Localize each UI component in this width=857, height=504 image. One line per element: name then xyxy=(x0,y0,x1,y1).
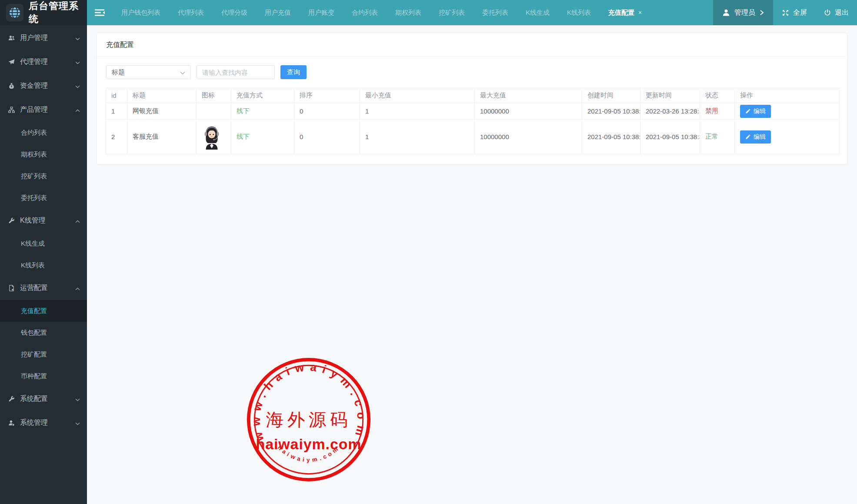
recharge-config-table: id 标题 图标 充值方式 排序 最小充值 最大充值 创建时间 更新时间 状态 … xyxy=(106,88,840,154)
cell-created: 2021-09-05 10:38:37 xyxy=(582,120,640,154)
sidebar-item-product-management[interactable]: 产品管理 xyxy=(0,98,87,122)
tab-user-recharge[interactable]: 用户充值 xyxy=(265,9,291,17)
sitemap-icon xyxy=(8,106,15,113)
cell-id: 1 xyxy=(106,103,127,120)
cell-title: 网银充值 xyxy=(127,103,197,120)
status-badge: 禁用 xyxy=(705,107,718,114)
chevron-down-icon xyxy=(75,58,80,66)
sidebar-subitem-coin-config[interactable]: 币种配置 xyxy=(0,365,87,387)
sidebar-subitem-mining-list[interactable]: 挖矿列表 xyxy=(0,165,87,187)
sidebar-item-fund-management[interactable]: ¥ 资金管理 xyxy=(0,74,87,98)
sidebar-subitem-recharge-config[interactable]: 充值配置 xyxy=(0,300,87,322)
sidebar-subitem-option-list[interactable]: 期权列表 xyxy=(0,144,87,165)
sidebar-item-label: 系统管理 xyxy=(20,418,48,427)
sidebar-item-label: 资金管理 xyxy=(20,81,48,90)
chevron-down-icon xyxy=(75,82,80,90)
sidebar-item-operation-config[interactable]: 运营配置 xyxy=(0,276,87,300)
sidebar-item-label: 运营配置 xyxy=(20,284,48,293)
sidebar-subitem-entrust-list[interactable]: 委托列表 xyxy=(0,187,87,209)
sidebar-item-label: 代理管理 xyxy=(20,57,48,67)
col-status: 状态 xyxy=(700,88,735,103)
svg-text:¥: ¥ xyxy=(11,85,13,88)
top-navigation: 用户钱包列表 代理列表 代理分级 用户充值 用户账变 合约列表 期权列表 挖矿列… xyxy=(87,0,857,25)
col-method: 充值方式 xyxy=(231,88,294,103)
table-row: 1 网银充值 线下 0 1 10000000 2021-09-05 10:38:… xyxy=(106,103,840,120)
logout-label: 退出 xyxy=(835,8,849,17)
page-title: 充值配置 xyxy=(97,33,847,57)
cell-sort: 0 xyxy=(294,103,360,120)
cell-id: 2 xyxy=(106,120,127,154)
power-icon xyxy=(824,9,831,17)
tab-kline-generate[interactable]: K线生成 xyxy=(526,9,550,17)
col-icon: 图标 xyxy=(197,88,231,103)
fullscreen-button[interactable]: 全屏 xyxy=(773,0,815,25)
sidebar-item-agent-management[interactable]: 代理管理 xyxy=(0,50,87,74)
cell-max: 10000000 xyxy=(475,103,582,120)
cell-min: 1 xyxy=(360,103,475,120)
tab-user-wallet-list[interactable]: 用户钱包列表 xyxy=(121,9,160,17)
topbar-right: 管理员 全屏 xyxy=(713,0,857,25)
sidebar-item-label: 产品管理 xyxy=(20,105,48,114)
method-link[interactable]: 线下 xyxy=(237,133,250,140)
field-select-value: 标题 xyxy=(112,68,125,77)
cell-sort: 0 xyxy=(294,120,360,154)
close-icon[interactable]: × xyxy=(638,9,642,16)
tab-option-list[interactable]: 期权列表 xyxy=(395,9,421,17)
chevron-up-icon xyxy=(75,217,80,225)
edit-button[interactable]: 编辑 xyxy=(740,130,771,144)
search-input[interactable] xyxy=(197,65,275,79)
fullscreen-icon xyxy=(781,9,790,17)
col-max: 最大充值 xyxy=(475,88,582,103)
paper-plane-icon xyxy=(8,58,15,66)
field-select[interactable]: 标题 xyxy=(106,65,191,79)
admin-label: 管理员 xyxy=(734,8,755,17)
sidebar-item-label: K线管理 xyxy=(20,216,46,225)
tab-user-account-change[interactable]: 用户账变 xyxy=(308,9,334,17)
tab-kline-list[interactable]: K线列表 xyxy=(567,9,591,17)
wrench-icon xyxy=(8,395,15,403)
query-button[interactable]: 查询 xyxy=(280,65,307,79)
edit-button[interactable]: 编辑 xyxy=(740,105,771,118)
cell-title: 客服充值 xyxy=(127,120,197,154)
method-link[interactable]: 线下 xyxy=(237,107,250,114)
tab-recharge-config-label: 充值配置 xyxy=(608,9,634,17)
table-row: 2 客服充值 xyxy=(106,120,840,154)
sidebar-item-kline-management[interactable]: K线管理 xyxy=(0,209,87,233)
user-icon xyxy=(722,8,730,17)
globe-logo-icon xyxy=(6,3,24,22)
tab-agent-list[interactable]: 代理列表 xyxy=(178,9,204,17)
wrench-icon xyxy=(8,217,15,224)
sidebar-subitem-mining-config[interactable]: 挖矿配置 xyxy=(0,344,87,365)
sidebar-item-system-config[interactable]: 系统配置 xyxy=(0,387,87,411)
logo-area: 后台管理系统 xyxy=(0,0,87,25)
col-sort: 排序 xyxy=(294,88,360,103)
chevron-down-icon xyxy=(75,395,80,403)
sidebar-subitem-wallet-config[interactable]: 钱包配置 xyxy=(0,322,87,344)
table-container: id 标题 图标 充值方式 排序 最小充值 最大充值 创建时间 更新时间 状态 … xyxy=(97,84,847,164)
sidebar-item-label: 用户管理 xyxy=(20,33,48,43)
app-title: 后台管理系统 xyxy=(29,0,87,26)
tab-agent-grade[interactable]: 代理分级 xyxy=(221,9,247,17)
sidebar-subitem-kline-list[interactable]: K线列表 xyxy=(0,254,87,276)
cell-icon xyxy=(197,120,231,154)
admin-menu[interactable]: 管理员 xyxy=(713,0,773,25)
money-bag-icon: ¥ xyxy=(8,82,15,90)
fullscreen-label: 全屏 xyxy=(793,8,807,17)
sidebar-subitem-contract-list[interactable]: 合约列表 xyxy=(0,122,87,144)
cell-icon xyxy=(197,103,231,120)
tab-contract-list[interactable]: 合约列表 xyxy=(352,9,378,17)
status-badge: 正常 xyxy=(705,133,718,140)
sidebar-item-system-management[interactable]: 系统管理 xyxy=(0,411,87,435)
document-gear-icon xyxy=(8,284,15,292)
filter-bar: 标题 查询 xyxy=(97,57,847,84)
sidebar-item-user-management[interactable]: 用户管理 xyxy=(0,26,87,50)
pencil-icon xyxy=(745,108,751,114)
sidebar-subitem-kline-generate[interactable]: K线生成 xyxy=(0,233,87,254)
tab-bar: 用户钱包列表 代理列表 代理分级 用户充值 用户账变 合约列表 期权列表 挖矿列… xyxy=(113,9,650,17)
menu-fold-icon[interactable] xyxy=(94,7,106,18)
main-content: 充值配置 标题 查询 id 标题 xyxy=(87,25,857,504)
tab-entrust-list[interactable]: 委托列表 xyxy=(482,9,508,17)
logout-button[interactable]: 退出 xyxy=(815,0,857,25)
tab-recharge-config-active[interactable]: 充值配置 × xyxy=(608,9,642,17)
tab-mining-list[interactable]: 挖矿列表 xyxy=(439,9,465,17)
